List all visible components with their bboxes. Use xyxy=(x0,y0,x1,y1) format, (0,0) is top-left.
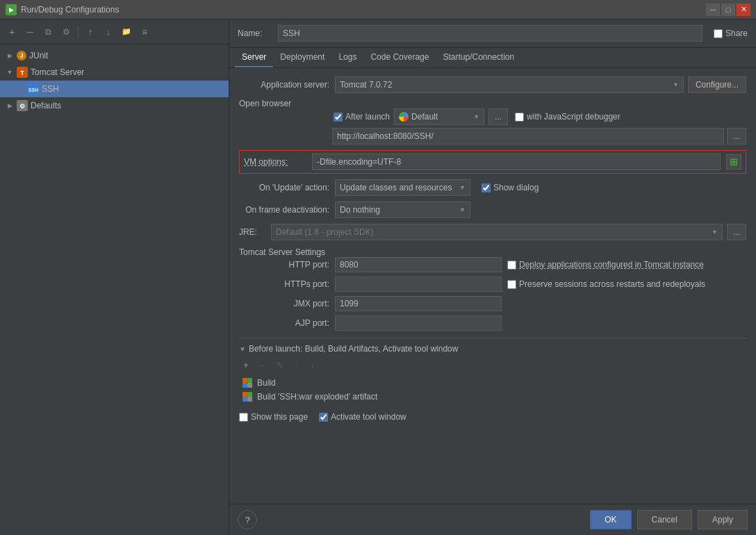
jre-ellipsis-button[interactable]: ... xyxy=(727,224,746,240)
sort-button[interactable]: ≡ xyxy=(137,24,152,40)
title-bar: ▶ Run/Debug Configurations ─ □ ✕ xyxy=(0,0,756,19)
title-bar-controls: ─ □ ✕ xyxy=(706,3,750,16)
folder-button[interactable]: 📁 xyxy=(119,24,134,40)
on-update-row: On 'Update' action: Update classes and r… xyxy=(239,179,746,196)
tab-startup[interactable]: Startup/Connection xyxy=(436,48,521,67)
help-button[interactable]: ? xyxy=(238,510,257,529)
bottom-bar-right: OK Cancel Apply xyxy=(590,510,748,529)
on-update-value: Update classes and resources xyxy=(340,183,457,192)
minimize-button[interactable]: ─ xyxy=(706,3,720,16)
close-button[interactable]: ✕ xyxy=(737,3,750,16)
on-update-select[interactable]: Update classes and resources ▼ xyxy=(335,179,470,196)
svg-rect-10 xyxy=(243,392,247,397)
vm-options-input[interactable] xyxy=(312,154,721,170)
launch-item-build-label: Build xyxy=(257,378,276,388)
configure-button[interactable]: Configure... xyxy=(688,76,746,93)
move-down-button[interactable]: ↓ xyxy=(101,24,116,40)
server-tab-content: Application server: Tomcat 7.0.72 ▼ Conf… xyxy=(229,68,756,504)
http-port-label: HTTP port: xyxy=(253,260,329,270)
after-launch-checkbox[interactable] xyxy=(334,113,343,122)
before-launch-add-button[interactable]: + xyxy=(239,358,253,372)
browser-ellipsis-button[interactable]: ... xyxy=(488,108,508,125)
before-launch-edit-button[interactable]: ✎ xyxy=(272,358,286,372)
tab-logs[interactable]: Logs xyxy=(331,48,363,67)
show-this-page-container: Show this page xyxy=(239,412,308,422)
on-frame-deactivation-label: On frame deactivation: xyxy=(239,205,329,215)
remove-config-button[interactable]: ─ xyxy=(22,24,38,40)
preserve-sessions-checkbox[interactable] xyxy=(507,280,516,289)
tree-arrow-defaults: ▶ xyxy=(6,101,14,110)
svg-rect-6 xyxy=(243,378,247,383)
tree-item-ssh[interactable]: SSH SSH xyxy=(0,81,229,97)
before-launch-remove-button[interactable]: ─ xyxy=(256,358,270,372)
vm-options-expand-button[interactable]: ⊞ xyxy=(726,154,741,170)
bottom-checkboxes: Show this page Activate tool window xyxy=(239,409,746,422)
svg-rect-12 xyxy=(243,397,247,402)
browser-select[interactable]: Default ▼ xyxy=(394,108,484,125)
jmx-port-label: JMX port: xyxy=(253,299,329,308)
browser-value: Default xyxy=(411,112,470,122)
tabs-bar: Server Deployment Logs Code Coverage Sta… xyxy=(229,48,756,68)
after-launch-label: After launch xyxy=(345,112,390,122)
share-checkbox[interactable] xyxy=(714,29,723,38)
tree-item-junit[interactable]: ▶ J JUnit xyxy=(0,47,229,64)
activate-tool-window-container: Activate tool window xyxy=(319,412,406,422)
tomcat-settings-title: Tomcat Server Settings xyxy=(239,247,325,257)
main-container: + ─ ⧉ ⚙ ↑ ↓ 📁 ≡ ▶ J JUnit ▼ xyxy=(0,19,756,535)
left-panel: + ─ ⧉ ⚙ ↑ ↓ 📁 ≡ ▶ J JUnit ▼ xyxy=(0,19,229,535)
tree-item-defaults[interactable]: ▶ ⚙ Defaults xyxy=(0,97,229,114)
show-this-page-checkbox[interactable] xyxy=(239,413,248,422)
https-port-input[interactable] xyxy=(335,277,502,292)
tomcat-icon: T xyxy=(17,67,28,78)
url-ellipsis-button[interactable]: ... xyxy=(727,128,746,145)
js-debugger-checkbox[interactable] xyxy=(515,113,524,122)
junit-icon: J xyxy=(17,51,26,60)
name-input[interactable] xyxy=(278,25,702,42)
url-row: ... xyxy=(239,128,746,145)
app-server-select[interactable]: Tomcat 7.0.72 ▼ xyxy=(335,76,684,93)
app-server-value: Tomcat 7.0.72 xyxy=(340,80,673,90)
launch-item-artifact-label: Build 'SSH:war exploded' artifact xyxy=(257,392,377,402)
name-label: Name: xyxy=(238,28,272,38)
cancel-button[interactable]: Cancel xyxy=(637,510,692,529)
http-port-input[interactable] xyxy=(335,257,502,272)
vm-options-label: VM options: xyxy=(244,157,306,167)
tree-arrow-tomcat: ▼ xyxy=(6,68,14,76)
jre-select[interactable]: Default (1.8 - project SDK) ▼ xyxy=(271,224,723,240)
add-config-button[interactable]: + xyxy=(4,24,19,40)
tab-server[interactable]: Server xyxy=(235,48,273,67)
before-launch-toolbar: + ─ ✎ ↑ ↓ xyxy=(239,358,746,372)
jmx-port-input[interactable] xyxy=(335,296,502,311)
apply-button[interactable]: Apply xyxy=(698,510,748,529)
share-checkbox-container: Share xyxy=(714,28,748,38)
before-launch-section: ▼ Before launch: Build, Build Artifacts,… xyxy=(239,338,746,422)
before-launch-up-button[interactable]: ↑ xyxy=(289,358,303,372)
on-frame-deactivation-select[interactable]: Do nothing ▼ xyxy=(335,201,470,218)
before-launch-down-button[interactable]: ↓ xyxy=(306,358,320,372)
move-up-button[interactable]: ↑ xyxy=(83,24,98,40)
before-launch-collapse-arrow[interactable]: ▼ xyxy=(239,345,246,353)
tab-coverage[interactable]: Code Coverage xyxy=(363,48,436,67)
deploy-app-checkbox[interactable] xyxy=(507,261,516,270)
ok-button[interactable]: OK xyxy=(590,510,631,529)
tree-item-tomcat[interactable]: ▼ T Tomcat Server xyxy=(0,64,229,81)
js-debugger-label: with JavaScript debugger xyxy=(527,112,621,122)
tree-label-defaults: Defaults xyxy=(31,101,61,110)
activate-tool-window-label: Activate tool window xyxy=(331,412,406,422)
show-dialog-container: Show dialog xyxy=(482,183,539,192)
ajp-port-input[interactable] xyxy=(335,315,502,331)
tree-arrow-junit: ▶ xyxy=(6,51,14,60)
url-input[interactable] xyxy=(332,128,724,145)
separator-1 xyxy=(78,26,79,38)
maximize-button[interactable]: □ xyxy=(721,3,735,16)
on-frame-deactivation-row: On frame deactivation: Do nothing ▼ xyxy=(239,201,746,218)
show-dialog-checkbox[interactable] xyxy=(482,183,491,192)
settings-button[interactable]: ⚙ xyxy=(58,24,74,40)
show-dialog-label: Show dialog xyxy=(493,183,539,192)
activate-tool-window-checkbox[interactable] xyxy=(319,413,328,422)
left-toolbar: + ─ ⧉ ⚙ ↑ ↓ 📁 ≡ xyxy=(0,19,229,44)
tab-deployment[interactable]: Deployment xyxy=(273,48,331,67)
open-browser-label: Open browser xyxy=(239,99,291,108)
config-tree: ▶ J JUnit ▼ T Tomcat Server xyxy=(0,44,229,535)
copy-config-button[interactable]: ⧉ xyxy=(40,24,56,40)
